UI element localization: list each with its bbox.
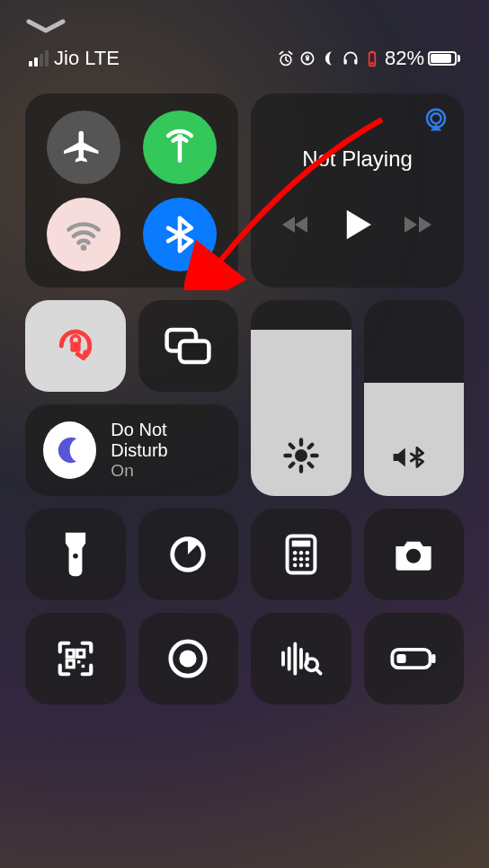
headphones-status-icon bbox=[342, 49, 360, 67]
svg-point-28 bbox=[305, 563, 308, 567]
svg-rect-12 bbox=[70, 342, 80, 352]
timer-icon bbox=[167, 534, 209, 575]
orientation-lock-status-icon bbox=[298, 49, 316, 67]
airplane-mode-button[interactable] bbox=[47, 111, 120, 184]
brightness-icon bbox=[251, 437, 351, 474]
svg-point-36 bbox=[180, 650, 197, 667]
svg-rect-4 bbox=[354, 59, 357, 65]
qr-icon bbox=[55, 638, 96, 679]
screen-record-button[interactable] bbox=[138, 613, 239, 704]
svg-rect-32 bbox=[67, 660, 74, 668]
battery-icon bbox=[428, 51, 460, 66]
svg-rect-39 bbox=[432, 654, 436, 663]
svg-rect-3 bbox=[343, 59, 346, 65]
wifi-button[interactable] bbox=[47, 198, 120, 271]
battery-low-power-icon bbox=[389, 645, 438, 672]
camera-button[interactable] bbox=[364, 509, 465, 600]
flashlight-icon bbox=[58, 531, 93, 578]
bluetooth-button[interactable] bbox=[143, 198, 217, 271]
svg-point-15 bbox=[295, 449, 307, 462]
svg-rect-19 bbox=[291, 541, 310, 547]
dnd-circle-icon bbox=[43, 421, 96, 479]
svg-point-23 bbox=[293, 557, 297, 561]
status-bar: Jio LTE 82% bbox=[25, 47, 464, 70]
svg-point-20 bbox=[293, 551, 297, 554]
bluetooth-icon bbox=[160, 215, 200, 254]
svg-rect-6 bbox=[370, 51, 373, 53]
svg-point-22 bbox=[305, 551, 308, 554]
media-title-label: Not Playing bbox=[302, 146, 413, 172]
svg-rect-30 bbox=[67, 650, 74, 657]
dnd-status-label: On bbox=[111, 461, 220, 481]
cellular-signal-icon bbox=[29, 50, 49, 66]
dnd-title-label: Do Not Disturb bbox=[111, 420, 220, 461]
rewind-button[interactable] bbox=[280, 212, 313, 237]
camera-icon bbox=[391, 536, 436, 572]
svg-point-11 bbox=[431, 113, 440, 123]
qr-scanner-button[interactable] bbox=[25, 613, 126, 704]
orientation-lock-icon bbox=[51, 322, 100, 370]
orientation-lock-button[interactable] bbox=[25, 300, 126, 392]
svg-point-27 bbox=[299, 563, 303, 567]
svg-point-26 bbox=[293, 563, 297, 567]
sound-wave-search-icon bbox=[279, 640, 324, 678]
svg-rect-14 bbox=[180, 341, 209, 362]
svg-point-8 bbox=[177, 134, 183, 140]
low-power-mode-button[interactable] bbox=[364, 613, 465, 704]
sound-recognition-button[interactable] bbox=[251, 613, 351, 704]
svg-rect-33 bbox=[77, 660, 80, 663]
battery-percent-label: 82% bbox=[385, 47, 424, 70]
cellular-data-button[interactable] bbox=[143, 111, 217, 184]
wifi-icon bbox=[64, 215, 103, 254]
carrier-label: Jio LTE bbox=[54, 47, 120, 70]
screen-mirroring-icon bbox=[164, 326, 212, 366]
flashlight-button[interactable] bbox=[25, 509, 126, 600]
screen-mirroring-button[interactable] bbox=[138, 300, 239, 392]
antenna-icon bbox=[160, 128, 200, 167]
svg-rect-31 bbox=[77, 650, 84, 657]
svg-point-25 bbox=[305, 557, 308, 561]
media-controls-card[interactable]: Not Playing bbox=[251, 93, 464, 288]
dnd-moon-status-icon bbox=[320, 49, 338, 67]
play-button[interactable] bbox=[342, 208, 373, 242]
moon-icon bbox=[55, 435, 85, 465]
connectivity-group[interactable] bbox=[25, 93, 238, 288]
forward-button[interactable] bbox=[403, 212, 435, 237]
timer-button[interactable] bbox=[138, 509, 239, 600]
low-battery-warn-icon bbox=[363, 49, 381, 67]
brightness-slider[interactable] bbox=[251, 300, 351, 496]
svg-point-9 bbox=[80, 244, 86, 251]
airplane-icon bbox=[64, 128, 103, 167]
svg-point-16 bbox=[73, 554, 78, 559]
alarm-icon bbox=[277, 49, 295, 67]
volume-bluetooth-icon bbox=[364, 440, 465, 474]
airplay-icon[interactable] bbox=[422, 106, 449, 133]
svg-rect-40 bbox=[397, 654, 406, 663]
do-not-disturb-button[interactable]: Do Not Disturb On bbox=[25, 404, 238, 496]
svg-point-24 bbox=[299, 557, 303, 561]
calculator-button[interactable] bbox=[251, 509, 351, 600]
record-icon bbox=[167, 638, 209, 679]
svg-point-21 bbox=[299, 551, 303, 554]
dnd-text: Do Not Disturb On bbox=[111, 420, 220, 481]
volume-slider[interactable] bbox=[364, 300, 465, 496]
svg-point-29 bbox=[406, 549, 421, 563]
dismiss-chevron-icon[interactable] bbox=[25, 16, 464, 36]
svg-rect-34 bbox=[81, 665, 84, 668]
calculator-icon bbox=[283, 533, 319, 576]
svg-rect-7 bbox=[370, 62, 373, 65]
